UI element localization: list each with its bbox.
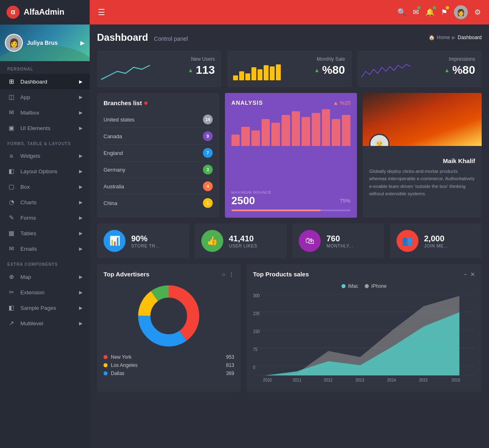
mail-badge <box>417 6 421 9</box>
likes-icon-wrap: 👍 <box>201 230 223 252</box>
charts-icon: ◔ <box>7 199 15 206</box>
profile-description: Globally deploy clicks-and-mortar produc… <box>369 168 475 198</box>
sidebar-item-app[interactable]: ◫ App ▶ <box>0 89 90 105</box>
metric-value-monthly: 760 <box>326 234 353 243</box>
forms-icon: ✎ <box>7 214 15 221</box>
sidebar-item-map[interactable]: ⊕ Map ▶ <box>0 269 90 285</box>
chevron-right-icon: ▶ <box>79 184 82 190</box>
sidebar-item-layout[interactable]: ◧ Layout Options ▶ <box>0 163 90 179</box>
svg-text:225: 225 <box>253 311 260 316</box>
branch-badge: 4 <box>203 181 213 191</box>
advertisers-card: Top Advertisers ○ ⋮ <box>97 264 241 392</box>
sidebar-item-mailbox[interactable]: ✉ Mailbox ▶ <box>0 105 90 120</box>
svg-rect-4 <box>258 69 262 80</box>
advertisers-actions[interactable]: ○ ⋮ <box>222 271 234 278</box>
sidebar-item-forms[interactable]: ✎ Forms ▶ <box>0 210 90 225</box>
topnav-avatar[interactable]: 👩 <box>454 5 468 19</box>
sidebar-item-label: Forms <box>20 215 36 221</box>
metric-info-join: 2,000 JOIN ME... <box>424 234 448 248</box>
svg-text:2016: 2016 <box>452 378 460 382</box>
box-icon: ▢ <box>7 183 15 190</box>
sidebar-item-emails[interactable]: ✉ Emails ▶ <box>0 241 90 256</box>
sidebar-item-charts[interactable]: ◔ Charts ▶ <box>0 194 90 210</box>
ui-icon: ▣ <box>7 124 15 132</box>
bell-badge <box>433 6 436 9</box>
svg-text:300: 300 <box>253 294 260 298</box>
stat-label-monthly: Monthly Sale <box>233 56 345 62</box>
analysis-bar <box>332 119 340 146</box>
legend-dot-newyork <box>104 355 108 359</box>
analysis-bar <box>342 115 350 146</box>
stat-arrow-monthly: ▲ <box>314 67 320 73</box>
svg-rect-6 <box>270 66 275 80</box>
analysis-bar <box>262 119 270 146</box>
donut-chart <box>104 283 234 349</box>
page-title: Dashboard <box>97 32 148 43</box>
minimize-icon[interactable]: − <box>464 271 467 278</box>
sidebar-item-multilevel[interactable]: ↗ Multilevel ▶ <box>0 316 90 331</box>
content-area: Dashboard Control panel 🏠 Home ▶ Dashboa… <box>90 24 489 448</box>
chevron-right-icon: ▶ <box>79 246 82 252</box>
legend-label-dallas: Dallas <box>111 371 124 376</box>
stat-arrow-new-users: ▲ <box>188 67 194 73</box>
stat-card-monthly-sale: Monthly Sale ▲ %80 <box>227 51 351 87</box>
sidebar-item-dashboard[interactable]: ⊞ Dashboard ▶ <box>0 74 90 89</box>
sidebar-item-box[interactable]: ▢ Box ▶ <box>0 179 90 194</box>
products-title: Top Products sales <box>253 271 309 278</box>
sidebar-item-widgets[interactable]: ≡ Widgets ▶ <box>0 148 90 163</box>
legend-value-la: 813 <box>226 362 234 368</box>
sidebar-item-label: App <box>20 94 30 100</box>
stat-arrow-impressions: ▲ <box>444 67 450 73</box>
chevron-right-icon: ▶ <box>79 153 82 159</box>
sidebar-item-ui-elements[interactable]: ▣ UI Elements ▶ <box>0 120 90 136</box>
advertisers-title: Top Advertisers <box>104 271 150 278</box>
breadcrumb-home[interactable]: Home <box>437 35 450 40</box>
main-area: ☰ 🔍 ✉ 🔔 ⚑ 👩 ⚙ Dashboard Control panel 🏠 … <box>90 0 489 448</box>
more-icon[interactable]: ⋮ <box>229 271 234 278</box>
svg-text:2012: 2012 <box>324 378 333 382</box>
metric-label-join: JOIN ME... <box>424 243 448 248</box>
stat-card-new-users: New Users ▲ 113 <box>97 51 221 87</box>
bounce-label: MAXIMUM BOUNCE <box>231 190 350 194</box>
logo-icon: α <box>7 6 20 19</box>
user-banner[interactable]: 👩 Juliya Brus ▶ <box>0 24 90 61</box>
sidebar-item-label: Extension <box>20 289 44 296</box>
sidebar-item-extension[interactable]: ✂ Extension ▶ <box>0 285 90 300</box>
branch-name: China <box>104 200 117 206</box>
extension-icon: ✂ <box>7 289 15 296</box>
sidebar-header: α AlfaAdmin <box>0 0 90 24</box>
svg-text:2011: 2011 <box>293 378 302 382</box>
store-icon-wrap: 📊 <box>104 230 126 252</box>
bounce-row: 2500 75% <box>231 194 350 207</box>
branches-list: United states 14 Canada 9 England 7 Germ… <box>104 111 213 211</box>
advertisers-legend: New York 953 Los Angeles 813 <box>104 354 234 376</box>
search-icon[interactable]: 🔍 <box>397 8 406 17</box>
menu-toggle-icon[interactable]: ☰ <box>98 7 105 17</box>
gear-icon[interactable]: ⚙ <box>474 8 481 17</box>
chevron-right-icon: ▶ <box>79 305 82 311</box>
sidebar-item-sample-pages[interactable]: ◧ Sample Pages ▶ <box>0 300 90 316</box>
metric-value-store: 90% <box>131 234 160 243</box>
branch-name: United states <box>104 117 134 123</box>
mail-icon[interactable]: ✉ <box>413 8 419 17</box>
profile-info: Maik Khalif Globally deploy clicks-and-m… <box>363 146 482 203</box>
analysis-bar <box>271 123 280 146</box>
svg-rect-3 <box>251 67 256 80</box>
circle-icon[interactable]: ○ <box>222 271 225 278</box>
user-expand-icon[interactable]: ▶ <box>80 40 85 46</box>
products-title-row: Top Products sales − ✕ <box>253 271 475 278</box>
sidebar-item-label: Charts <box>20 199 37 205</box>
sidebar-item-label: Tables <box>20 230 36 236</box>
products-actions[interactable]: − ✕ <box>464 271 475 278</box>
chevron-right-icon: ▶ <box>79 169 82 174</box>
sidebar-item-tables[interactable]: ▦ Tables ▶ <box>0 225 90 241</box>
flag-icon[interactable]: ⚑ <box>441 8 447 17</box>
bell-icon[interactable]: 🔔 <box>425 8 434 17</box>
close-icon[interactable]: ✕ <box>470 271 475 278</box>
page-title-group: Dashboard Control panel <box>97 32 188 43</box>
metric-value-likes: 41,410 <box>229 234 258 243</box>
advertisers-title-row: Top Advertisers ○ ⋮ <box>104 271 234 278</box>
stat-label-impressions: Impressions <box>364 56 475 62</box>
chevron-right-icon: ▶ <box>79 321 82 326</box>
mid-row: Branches list United states 14 Canada 9 … <box>97 93 482 218</box>
